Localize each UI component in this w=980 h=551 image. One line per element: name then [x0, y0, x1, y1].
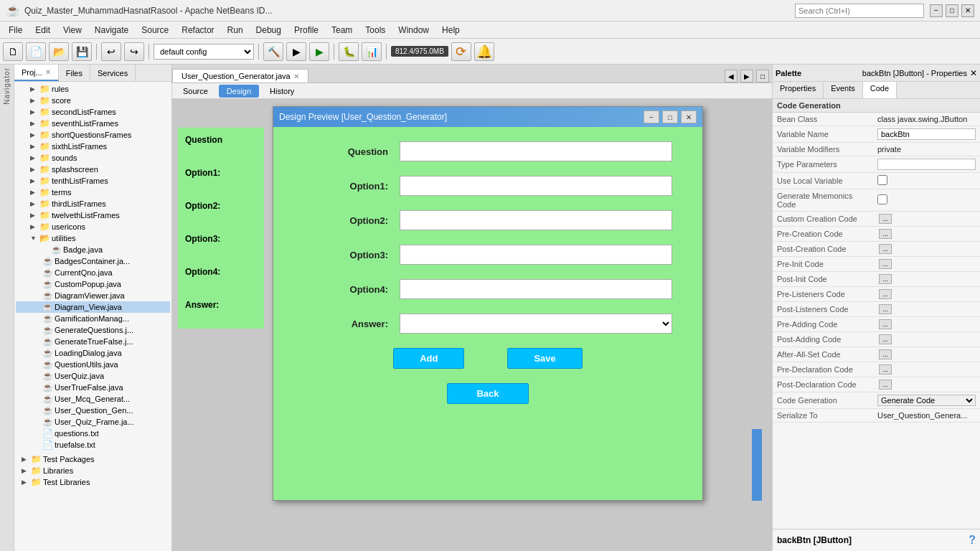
- prop-value-variable-name[interactable]: [873, 126, 980, 143]
- editor-tab-close[interactable]: ✕: [293, 72, 299, 80]
- menu-navigate[interactable]: Navigate: [89, 24, 134, 37]
- tree-item-currentqno[interactable]: ☕ CurrentQno.java: [16, 267, 170, 278]
- properties-panel-close[interactable]: ✕: [970, 68, 977, 78]
- tree-item-badge[interactable]: ☕ Badge.java: [16, 244, 170, 255]
- menu-tools[interactable]: Tools: [359, 24, 391, 37]
- tree-item-usertruefalse[interactable]: ☕ UserTrueFalse.java: [16, 382, 170, 393]
- memory-display[interactable]: 812.4/975.0MB: [391, 46, 448, 57]
- tree-item-seventhListFrames[interactable]: ▶ 📁 seventhListFrames: [16, 118, 170, 129]
- debug-button[interactable]: 🐛: [339, 42, 359, 61]
- editor-tab-userquestiongen[interactable]: User_Question_Generator.java ✕: [172, 69, 308, 83]
- pre-adding-btn[interactable]: ...: [879, 319, 892, 329]
- new-file-button[interactable]: 📄: [26, 42, 46, 61]
- generate-mnemonics-checkbox[interactable]: [877, 194, 887, 204]
- tree-item-questionstxt[interactable]: 📄 questions.txt: [16, 428, 170, 439]
- add-button[interactable]: Add: [393, 348, 464, 369]
- menu-refactor[interactable]: Refactor: [176, 24, 220, 37]
- save-button[interactable]: Save: [507, 348, 582, 369]
- preview-close-button[interactable]: ✕: [681, 110, 697, 123]
- custom-creation-btn[interactable]: ...: [879, 214, 892, 224]
- preview-minimize-button[interactable]: −: [644, 110, 659, 123]
- tree-item-libraries[interactable]: ▶ 📁 Libraries: [16, 465, 170, 476]
- tree-item-generatequestions[interactable]: ☕ GenerateQuestions.j...: [16, 324, 170, 336]
- new-project-button[interactable]: 🗋: [3, 42, 23, 61]
- tree-item-generatetruefalse[interactable]: ☕ GenerateTrueFalse.j...: [16, 336, 170, 347]
- variable-name-input[interactable]: [877, 128, 976, 140]
- tree-item-usermcq[interactable]: ☕ User_Mcq_Generat...: [16, 393, 170, 405]
- tree-item-questionutils[interactable]: ☕ QuestionUtils.java: [16, 359, 170, 370]
- option1-input[interactable]: [400, 176, 672, 196]
- preview-maximize-button[interactable]: □: [662, 110, 678, 123]
- tree-item-usericons[interactable]: ▶ 📁 usericons: [16, 221, 170, 232]
- tree-item-secondListFrames[interactable]: ▶ 📁 secondListFrames: [16, 106, 170, 118]
- tree-item-shortQuestionsFrames[interactable]: ▶ 📁 shortQuestionsFrames: [16, 129, 170, 141]
- post-creation-btn[interactable]: ...: [879, 244, 892, 254]
- tree-item-truefalsetxt[interactable]: 📄 truefalse.txt: [16, 439, 170, 451]
- type-parameters-input[interactable]: [877, 159, 976, 170]
- tree-item-sixthListFrames[interactable]: ▶ 📁 sixthListFrames: [16, 141, 170, 152]
- option4-input[interactable]: [400, 279, 672, 299]
- prop-value-type-parameters[interactable]: [873, 156, 980, 173]
- answer-select[interactable]: [400, 314, 672, 334]
- editor-maximize[interactable]: □: [756, 70, 769, 83]
- post-listeners-btn[interactable]: ...: [879, 304, 892, 314]
- menu-window[interactable]: Window: [392, 24, 435, 37]
- post-init-btn[interactable]: ...: [879, 274, 892, 284]
- tree-item-badgescontainer[interactable]: ☕ BadgesContainer.ja...: [16, 255, 170, 267]
- tree-item-userquizframe[interactable]: ☕ User_Quiz_Frame.ja...: [16, 416, 170, 428]
- tree-item-userquestiongen[interactable]: ☕ User_Question_Gen...: [16, 405, 170, 416]
- tree-item-terms[interactable]: ▶ 📁 terms: [16, 187, 170, 198]
- post-adding-btn[interactable]: ...: [879, 334, 892, 344]
- minimize-button[interactable]: −: [930, 4, 943, 17]
- tree-item-tenthListFrames[interactable]: ▶ 📁 tenthListFrames: [16, 175, 170, 187]
- menu-debug[interactable]: Debug: [250, 24, 287, 37]
- gc-button[interactable]: ⟳: [451, 42, 471, 61]
- tab-projects[interactable]: Proj... ✕: [14, 65, 59, 81]
- tab-properties[interactable]: Properties: [773, 82, 824, 98]
- tab-projects-close[interactable]: ✕: [45, 68, 51, 76]
- tab-services[interactable]: Services: [90, 65, 136, 81]
- menu-profile[interactable]: Profile: [288, 24, 324, 37]
- redo-button[interactable]: ↪: [124, 42, 144, 61]
- editor-nav-left[interactable]: ◀: [725, 70, 738, 83]
- tree-item-sounds[interactable]: ▶ 📁 sounds: [16, 152, 170, 164]
- question-input[interactable]: [400, 141, 672, 161]
- config-select[interactable]: default config: [154, 44, 254, 60]
- save-button[interactable]: 💾: [72, 42, 92, 61]
- tree-item-diagramview[interactable]: ☕ Diagram_View.java: [16, 301, 170, 313]
- help-icon[interactable]: ?: [969, 534, 976, 547]
- undo-button[interactable]: ↩: [101, 42, 121, 61]
- after-all-set-btn[interactable]: ...: [879, 349, 892, 359]
- menu-file[interactable]: File: [3, 24, 28, 37]
- editor-nav-right[interactable]: ▶: [740, 70, 753, 83]
- code-generation-select[interactable]: Generate Code: [877, 395, 976, 406]
- menu-source[interactable]: Source: [136, 24, 174, 37]
- option3-input[interactable]: [400, 245, 672, 265]
- tree-item-utilities[interactable]: ▼ 📂 utilities: [16, 232, 170, 244]
- menu-help[interactable]: Help: [436, 24, 466, 37]
- pre-init-btn[interactable]: ...: [879, 259, 892, 269]
- profile-button[interactable]: 📊: [362, 42, 382, 61]
- maximize-button[interactable]: □: [946, 4, 958, 17]
- pre-creation-btn[interactable]: ...: [879, 229, 892, 239]
- pre-listeners-btn[interactable]: ...: [879, 289, 892, 299]
- tree-item-splashscreen[interactable]: ▶ 📁 splashscreen: [16, 164, 170, 175]
- menu-view[interactable]: View: [57, 24, 88, 37]
- tab-files[interactable]: Files: [59, 65, 90, 81]
- tab-events[interactable]: Events: [824, 82, 863, 98]
- subtab-design[interactable]: Design: [219, 85, 259, 98]
- post-declaration-btn[interactable]: ...: [879, 380, 892, 390]
- tree-item-testpackages[interactable]: ▶ 📁 Test Packages: [16, 453, 170, 465]
- menu-run[interactable]: Run: [222, 24, 249, 37]
- tree-item-testlibraries[interactable]: ▶ 📁 Test Libraries: [16, 476, 170, 488]
- tree-item-userquiz[interactable]: ☕ UserQuiz.java: [16, 370, 170, 382]
- tree-item-score[interactable]: ▶ 📁 score: [16, 95, 170, 106]
- tree-item-diagramviewer[interactable]: ☕ DiagramViewer.java: [16, 290, 170, 301]
- close-button[interactable]: ✕: [961, 4, 974, 17]
- tree-item-loadingdialog[interactable]: ☕ LoadingDialog.java: [16, 347, 170, 359]
- open-project-button[interactable]: 📂: [49, 42, 69, 61]
- menu-team[interactable]: Team: [326, 24, 358, 37]
- tree-item-thirdListFrames[interactable]: ▶ 📁 thirdListFrames: [16, 198, 170, 209]
- tree-item-gamification[interactable]: ☕ GamificationManag...: [16, 313, 170, 324]
- menu-edit[interactable]: Edit: [29, 24, 56, 37]
